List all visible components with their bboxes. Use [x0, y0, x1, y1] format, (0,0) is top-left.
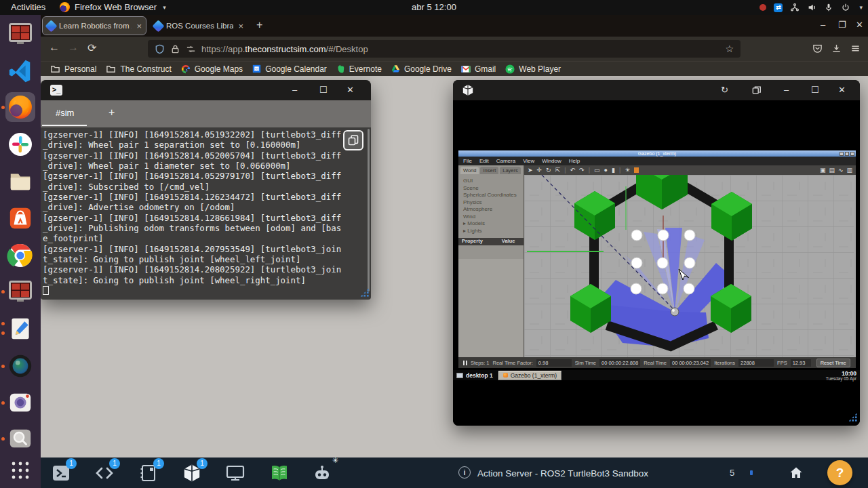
gazebo-toolbar[interactable]: ➤ ✛ ↻ ⇱ | ↶ ↷ | ▭ ● ▮ |: [524, 165, 856, 175]
close-icon[interactable]: ✕: [856, 20, 863, 30]
terminal-new-tab-button[interactable]: +: [108, 106, 115, 119]
gazebo-tool-button[interactable]: 1: [181, 462, 203, 484]
dock-vscode[interactable]: [5, 56, 35, 86]
tree-item[interactable]: ▸ Lights: [463, 228, 524, 235]
close-tab-icon[interactable]: ×: [238, 21, 243, 31]
resize-grip[interactable]: [848, 413, 857, 422]
undo-icon[interactable]: ↶: [570, 167, 576, 174]
bookmark-gmail[interactable]: Gmail: [461, 64, 496, 74]
light-icon[interactable]: ☀: [625, 167, 630, 174]
plot-icon[interactable]: ∿: [838, 167, 844, 174]
terminal-titlebar[interactable]: >_ – ☐ ✕: [41, 80, 371, 100]
menu-window[interactable]: Window: [542, 158, 561, 164]
bookmark-evernote[interactable]: Evernote: [336, 64, 382, 74]
gazebo-taskbar-button[interactable]: Gazebo (1_xterm): [498, 371, 562, 380]
close-icon[interactable]: ✕: [838, 85, 846, 95]
minimize-icon[interactable]: –: [292, 85, 297, 95]
terminal-scrollbar[interactable]: [368, 129, 370, 291]
shield-icon[interactable]: [155, 44, 165, 54]
bookmark-the-construct[interactable]: The Construct: [106, 64, 171, 74]
bookmark-google-maps[interactable]: Google Maps: [181, 64, 243, 74]
simulation-3d-scene[interactable]: [524, 175, 854, 357]
minimize-icon[interactable]: –: [784, 85, 789, 95]
close-tab-icon[interactable]: ×: [136, 21, 142, 31]
bookmark-google-calendar[interactable]: 31Google Calendar: [252, 64, 327, 74]
property-list[interactable]: [458, 259, 524, 357]
dock-magnifier[interactable]: [5, 424, 35, 453]
menu-edit[interactable]: Edit: [479, 158, 489, 164]
resize-grip[interactable]: [360, 288, 369, 297]
menu-file[interactable]: File: [463, 158, 472, 164]
microphone-icon[interactable]: [824, 3, 833, 12]
info-icon[interactable]: i: [458, 466, 471, 479]
record-icon[interactable]: ▤: [829, 167, 835, 174]
bookmark-star-icon[interactable]: ☆: [725, 43, 734, 54]
menu-view[interactable]: View: [523, 158, 534, 164]
teamviewer-icon[interactable]: ⇄: [774, 3, 783, 12]
tab-ros-courses[interactable]: ROS Courses Library | Ro ×: [150, 17, 248, 35]
tab-learn-robotics[interactable]: Learn Robotics from Zer ×: [43, 17, 146, 35]
screenshot-icon[interactable]: ▥: [846, 167, 852, 174]
dock-remote-sessions[interactable]: [5, 19, 35, 49]
pocket-icon[interactable]: [812, 43, 823, 54]
tree-item[interactable]: Spherical Coordinates: [463, 192, 524, 199]
rotate-tool-icon[interactable]: ↻: [546, 167, 551, 174]
restore-icon[interactable]: ❐: [838, 20, 846, 30]
download-icon[interactable]: [831, 43, 842, 54]
pause-button[interactable]: [463, 361, 467, 365]
permissions-icon[interactable]: [186, 44, 196, 54]
redo-icon[interactable]: ↷: [579, 167, 585, 174]
tree-item[interactable]: Atmosphere: [463, 206, 524, 214]
cylinder-icon[interactable]: ▮: [612, 167, 615, 174]
tree-item[interactable]: Scene: [463, 185, 524, 192]
selected-tool-icon[interactable]: [634, 167, 639, 173]
move-tool-icon[interactable]: ✛: [537, 167, 542, 174]
menu-help[interactable]: Help: [569, 158, 580, 164]
network-icon[interactable]: [790, 3, 800, 12]
terminal-output[interactable]: [gzserver-1] [INFO] [1649152814.05193220…: [41, 127, 371, 285]
dock-files[interactable]: [5, 167, 35, 197]
bookmark-personal[interactable]: Personal: [50, 64, 96, 74]
dock-chrome[interactable]: [5, 241, 35, 270]
minimize-icon[interactable]: –: [821, 20, 825, 30]
dock-firefox[interactable]: [5, 92, 35, 122]
terminal-tab-sim[interactable]: #sim: [56, 108, 74, 118]
new-tab-button[interactable]: +: [256, 19, 262, 31]
clock[interactable]: abr 5 12:00: [0, 2, 868, 12]
reload-button[interactable]: ⟳: [87, 41, 96, 54]
panel-tab-world[interactable]: World: [460, 167, 479, 174]
dock-ubuntu-software[interactable]: [5, 203, 35, 233]
dock-camera[interactable]: [5, 351, 35, 381]
code-editor-tool-button[interactable]: 1: [94, 462, 115, 484]
desktop-pager[interactable]: desktop 1: [456, 372, 493, 379]
dock-slack[interactable]: [5, 129, 35, 159]
maximize-icon[interactable]: ☐: [319, 85, 328, 95]
bookmark-web-player[interactable]: Web Player: [505, 64, 561, 74]
robot-assistant-button[interactable]: ✳: [311, 462, 333, 484]
forward-button[interactable]: →: [68, 41, 79, 54]
close-icon[interactable]: ✕: [347, 85, 354, 95]
windows-icon[interactable]: [752, 85, 762, 95]
back-button[interactable]: ←: [49, 41, 60, 54]
reset-time-button[interactable]: Reset Time: [816, 359, 850, 367]
help-button[interactable]: ?: [827, 460, 852, 485]
lock-icon[interactable]: [170, 44, 180, 54]
notebook-tool-button[interactable]: 1: [138, 462, 159, 484]
copy-overlay-button[interactable]: [343, 130, 363, 150]
dock-screenshot-tool[interactable]: [5, 388, 35, 418]
gazebo-app-titlebar[interactable]: Gazebo (1_xterm): [458, 150, 856, 157]
menu-camera[interactable]: Camera: [496, 158, 515, 164]
panel-tab-insert[interactable]: Insert: [480, 167, 498, 174]
box-icon[interactable]: ▭: [594, 167, 600, 174]
maximize-icon[interactable]: ☐: [811, 85, 819, 95]
select-tool-icon[interactable]: ➤: [528, 167, 533, 174]
tree-item[interactable]: Physics: [463, 199, 524, 207]
dock-remote-sessions-2[interactable]: [5, 277, 35, 306]
tree-item[interactable]: Wind: [463, 214, 524, 221]
dock-text-editor[interactable]: [5, 314, 35, 344]
power-icon[interactable]: [841, 3, 850, 12]
volume-icon[interactable]: [807, 3, 816, 12]
reload-icon[interactable]: ↻: [721, 85, 728, 95]
graphical-tools-button[interactable]: [224, 462, 246, 484]
gazebo-app-window-buttons[interactable]: [840, 152, 854, 156]
